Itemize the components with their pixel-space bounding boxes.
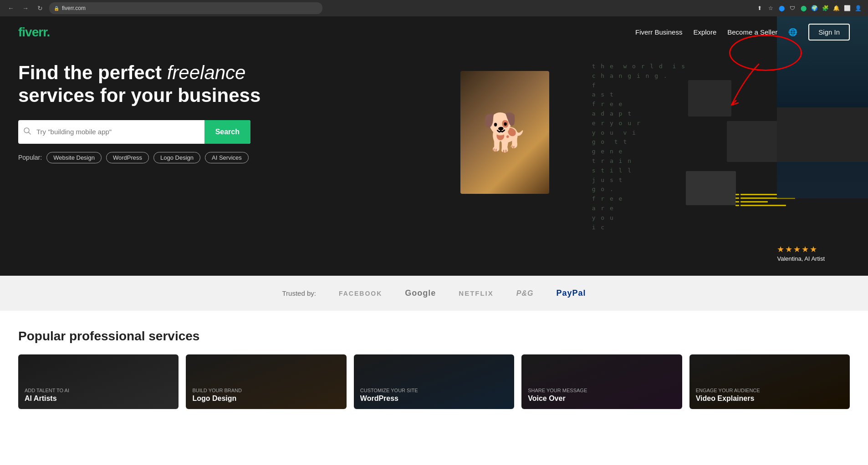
popular-services-section: Popular professional services Add talent… xyxy=(0,311,868,418)
trusted-logo-netflix: NETFLIX xyxy=(459,289,494,297)
address-bar[interactable]: 🔒 fiverr.com xyxy=(49,2,322,14)
popular-label: Popular: xyxy=(18,154,42,161)
svg-line-1 xyxy=(29,132,31,134)
search-button[interactable]: Search xyxy=(204,120,250,144)
tag-website-design[interactable]: Website Design xyxy=(46,152,102,163)
hero-title-part1: Find the perfect xyxy=(18,62,167,83)
ext-blue-icon[interactable]: ⬤ xyxy=(777,4,786,13)
logo-text: fiverr xyxy=(18,25,47,39)
popular-services-title: Popular professional services xyxy=(18,329,850,344)
ext-star-icon[interactable]: ☆ xyxy=(766,4,775,13)
back-button[interactable]: ← xyxy=(5,3,16,14)
ext-window-icon[interactable]: ⬜ xyxy=(842,4,852,13)
nav-fiverr-business[interactable]: Fiverr Business xyxy=(635,28,682,36)
testimonial-name: Valentina, AI Artist xyxy=(777,255,825,262)
hero-content: Find the perfect freelance services for … xyxy=(0,48,319,182)
service-card-label-2: Customize your site xyxy=(360,388,508,393)
service-card-video[interactable]: Engage your audience Video Explainers xyxy=(689,354,850,409)
lock-icon: 🔒 xyxy=(54,6,59,11)
testimonial-badge: ★★★★★ Valentina, AI Artist xyxy=(777,244,825,262)
search-bar: Search xyxy=(18,120,250,144)
ext-shield-icon[interactable]: 🛡 xyxy=(788,4,797,13)
service-card-ai[interactable]: Add talent to AI AI Artists xyxy=(18,354,179,409)
tag-logo-design[interactable]: Logo Design xyxy=(153,152,200,163)
nav-explore[interactable]: Explore xyxy=(693,28,716,36)
hero-background: t h e w o r l d i s c h a n g i n g . f … xyxy=(347,16,868,276)
right-dark-block xyxy=(777,107,868,162)
url-text: fiverr.com xyxy=(62,5,86,11)
trusted-section: Trusted by: FACEBOOK Google NETFLIX P&G … xyxy=(0,276,868,311)
search-input[interactable] xyxy=(36,128,204,136)
service-card-title-2: WordPress xyxy=(360,394,508,403)
ext-bell-icon[interactable]: 🔔 xyxy=(832,4,841,13)
signin-button[interactable]: Sign In xyxy=(808,24,850,40)
tag-wordpress[interactable]: WordPress xyxy=(106,152,149,163)
hero-section: t h e w o r l d i s c h a n g i n g . f … xyxy=(0,16,868,276)
ext-puzzle-icon[interactable]: 🧩 xyxy=(821,4,830,13)
service-card-title-4: Video Explainers xyxy=(696,394,843,403)
ext-green-icon[interactable]: ⬤ xyxy=(799,4,808,13)
dark-block-3 xyxy=(686,171,736,205)
browser-chrome: ← → ↻ 🔒 fiverr.com ⬆ ☆ ⬤ 🛡 ⬤ 🌍 🧩 🔔 ⬜ 👤 xyxy=(0,0,868,16)
trusted-logo-google: Google xyxy=(405,288,436,298)
hero-title-part2: services for your business xyxy=(18,85,260,106)
ext-person-icon[interactable]: 👤 xyxy=(853,4,863,13)
dog-image: 🐕 xyxy=(460,71,549,194)
service-card-title-0: AI Artists xyxy=(25,394,172,403)
hero-title: Find the perfect freelance services for … xyxy=(18,61,301,107)
navbar: fiverr. Fiverr Business Explore Become a… xyxy=(0,16,868,48)
tag-ai-services[interactable]: AI Services xyxy=(205,152,249,163)
service-card-label-0: Add talent to AI xyxy=(25,388,172,393)
service-cards: Add talent to AI AI Artists Build your b… xyxy=(18,354,850,409)
nav-become-seller[interactable]: Become a Seller xyxy=(727,28,777,36)
hero-title-italic: freelance xyxy=(167,62,246,83)
service-card-label-1: Build your brand xyxy=(192,388,340,393)
trusted-logo-facebook: FACEBOOK xyxy=(339,290,382,297)
service-card-title-1: Logo Design xyxy=(192,394,340,403)
trusted-logo-pg: P&G xyxy=(516,289,534,298)
service-card-label-3: Share your message xyxy=(528,388,675,393)
service-card-label-4: Engage your audience xyxy=(696,388,843,393)
reload-button[interactable]: ↻ xyxy=(35,3,46,14)
service-card-logo[interactable]: Build your brand Logo Design xyxy=(186,354,346,409)
ext-share-icon[interactable]: ⬆ xyxy=(755,4,764,13)
trusted-label: Trusted by: xyxy=(282,289,316,297)
dark-block-2 xyxy=(727,121,795,162)
dog-emoji: 🐕 xyxy=(482,111,528,154)
language-selector[interactable]: 🌐 xyxy=(788,28,797,36)
forward-button[interactable]: → xyxy=(20,3,31,14)
dark-block-1 xyxy=(688,80,731,116)
logo-dot: . xyxy=(47,25,50,39)
nav-links: Fiverr Business Explore Become a Seller … xyxy=(635,24,850,40)
animated-bg-text: t h e w o r l d i s c h a n g i n g . f … xyxy=(592,62,686,232)
testimonial-stars: ★★★★★ xyxy=(777,244,825,254)
service-card-title-3: Voice Over xyxy=(528,394,675,403)
service-card-wordpress[interactable]: Customize your site WordPress xyxy=(354,354,514,409)
fiverr-logo[interactable]: fiverr. xyxy=(18,25,50,40)
search-icon xyxy=(18,127,36,136)
popular-tags: Popular: Website Design WordPress Logo D… xyxy=(18,152,301,163)
ext-earth-icon[interactable]: 🌍 xyxy=(810,4,819,13)
service-card-voice[interactable]: Share your message Voice Over xyxy=(521,354,682,409)
trusted-logo-paypal: PayPal xyxy=(556,288,586,298)
red-arrow-annotation xyxy=(713,60,768,123)
yellow-bars-decoration xyxy=(735,194,795,206)
browser-extensions: ⬆ ☆ ⬤ 🛡 ⬤ 🌍 🧩 🔔 ⬜ 👤 xyxy=(755,4,863,13)
